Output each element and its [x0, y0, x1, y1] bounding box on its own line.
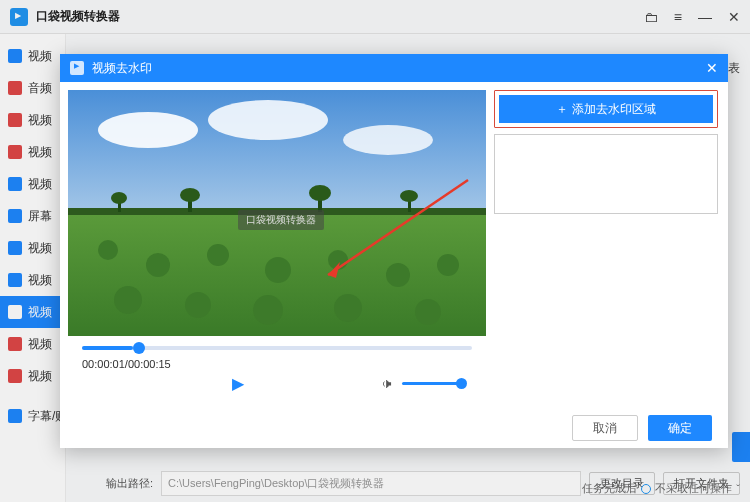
svg-point-17: [415, 299, 441, 325]
svg-point-24: [309, 185, 331, 201]
seek-fill: [82, 346, 133, 350]
svg-point-25: [400, 190, 418, 202]
close-icon[interactable]: ✕: [706, 60, 718, 76]
svg-point-1: [98, 112, 198, 148]
svg-point-8: [207, 244, 229, 266]
play-button[interactable]: ▶: [232, 374, 244, 393]
svg-point-2: [208, 100, 328, 140]
svg-point-16: [334, 294, 362, 322]
svg-point-7: [146, 253, 170, 277]
add-region-button[interactable]: ＋添加去水印区域: [499, 95, 713, 123]
plus-icon: ＋: [556, 101, 568, 118]
svg-point-11: [386, 263, 410, 287]
video-preview[interactable]: 口袋视频转换器: [68, 90, 486, 336]
watermark-modal: 视频去水印 ✕: [60, 54, 728, 448]
svg-point-6: [98, 240, 118, 260]
svg-point-23: [180, 188, 200, 202]
volume-icon[interactable]: 🕩: [381, 376, 394, 391]
svg-point-3: [343, 125, 433, 155]
ok-button[interactable]: 确定: [648, 415, 712, 441]
volume-thumb[interactable]: [456, 378, 467, 389]
region-list: [494, 134, 718, 214]
seek-thumb[interactable]: [133, 342, 145, 354]
svg-point-10: [328, 250, 348, 270]
svg-point-15: [253, 295, 283, 325]
cancel-button[interactable]: 取消: [572, 415, 638, 441]
svg-point-22: [111, 192, 127, 204]
modal-icon: [70, 61, 84, 75]
watermark-overlay: 口袋视频转换器: [238, 210, 324, 230]
time-display: 00:00:01/00:00:15: [82, 358, 472, 370]
add-region-highlight: ＋添加去水印区域: [494, 90, 718, 128]
svg-point-9: [265, 257, 291, 283]
svg-point-14: [185, 292, 211, 318]
seek-bar[interactable]: [82, 346, 472, 350]
modal-header: 视频去水印 ✕: [60, 54, 728, 82]
svg-point-13: [114, 286, 142, 314]
modal-title: 视频去水印: [92, 60, 152, 77]
volume-slider[interactable]: [402, 382, 462, 385]
svg-point-12: [437, 254, 459, 276]
